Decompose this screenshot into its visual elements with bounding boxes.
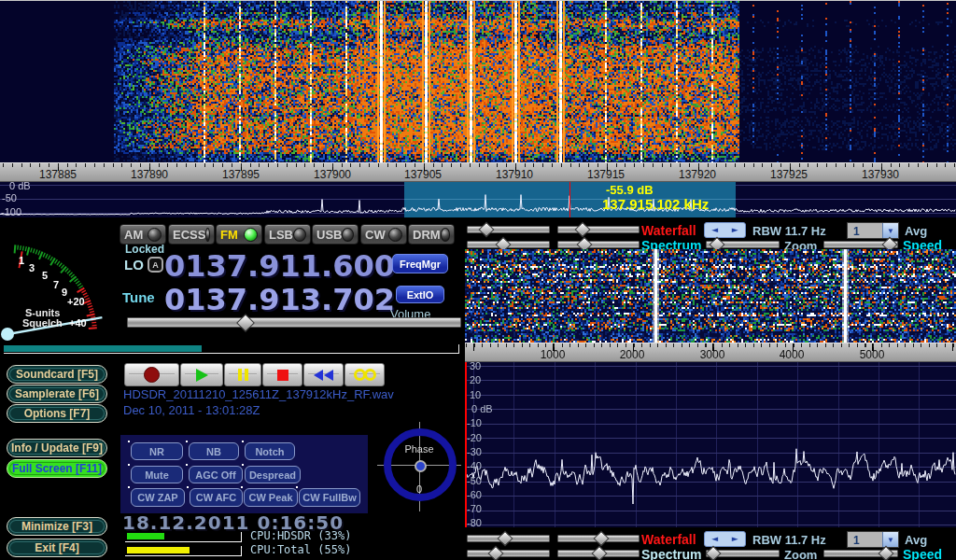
- freq-tick-label: 137900: [314, 168, 351, 181]
- mode-button-lsb[interactable]: LSB: [264, 224, 311, 245]
- cw-peak-button[interactable]: CW Peak: [244, 488, 298, 507]
- pause-icon: [238, 369, 248, 381]
- rbw-spinner-bottom[interactable]: ◄ ►: [704, 531, 746, 547]
- volume-slider[interactable]: [127, 317, 461, 328]
- avg-dropdown-top[interactable]: 1 ▼: [847, 222, 899, 239]
- samplerate-button[interactable]: Samplerate [F6]: [7, 385, 107, 403]
- smeter-tick: 7: [53, 279, 59, 290]
- slider-thumb[interactable]: [594, 531, 610, 547]
- loop-button[interactable]: [344, 363, 385, 386]
- rbw-spinner-top[interactable]: ◄ ►: [704, 222, 746, 238]
- dropdown-arrow-icon[interactable]: ▼: [882, 223, 898, 238]
- freq-tick-label: 137920: [679, 168, 716, 181]
- freq-tick-label: 137895: [222, 168, 260, 181]
- spectrum-contrast-slider[interactable]: [557, 241, 640, 248]
- despread-label: Despread: [249, 469, 296, 481]
- info-update-button[interactable]: Info / Update [F9]: [7, 439, 107, 457]
- audio-waterfall-display[interactable]: [465, 249, 956, 343]
- mode-label: FM: [220, 228, 238, 242]
- main-spectrum-display[interactable]: [0, 182, 956, 217]
- freqmgr-button[interactable]: FreqMgr: [392, 254, 448, 273]
- agc-button[interactable]: AGC Off: [189, 466, 243, 483]
- mode-button-usb[interactable]: USB: [312, 224, 358, 245]
- pause-button[interactable]: [224, 363, 261, 386]
- dropdown-arrow-icon[interactable]: ▼: [882, 532, 898, 547]
- mode-button-am[interactable]: AM: [120, 224, 166, 245]
- audio-spectrum-display[interactable]: [465, 362, 956, 527]
- spin-left-icon[interactable]: ◄: [711, 226, 718, 234]
- minimize-button-label: Minimize [F3]: [21, 520, 92, 533]
- cw-peak-label: CW Peak: [248, 492, 292, 503]
- mode-button-fm[interactable]: FM: [216, 224, 262, 245]
- slider-thumb[interactable]: [498, 531, 513, 547]
- waterfall-contrast-slider[interactable]: [557, 226, 640, 233]
- slider-thumb[interactable]: [575, 222, 591, 238]
- despread-button[interactable]: Despread: [245, 466, 301, 483]
- s-meter-gauge[interactable]: [0, 220, 120, 351]
- tune-frequency-display[interactable]: 0137.913.702: [164, 282, 395, 317]
- waterfall-contrast-slider-bottom[interactable]: [557, 535, 640, 542]
- volume-slider-thumb[interactable]: [236, 314, 255, 332]
- phase-zero-label: 0: [377, 483, 461, 495]
- mode-button-cw[interactable]: CW: [360, 224, 407, 245]
- exit-button[interactable]: Exit [F4]: [7, 539, 107, 557]
- zoom-slider-bottom[interactable]: [706, 550, 780, 557]
- lo-frequency-display[interactable]: 0137.911.600: [164, 248, 395, 284]
- spin-right-icon[interactable]: ►: [732, 535, 738, 543]
- play-button[interactable]: [180, 363, 223, 386]
- spin-left-icon[interactable]: ◄: [711, 535, 718, 543]
- db-tick-label: -70: [467, 503, 482, 514]
- slider-thumb[interactable]: [592, 546, 608, 560]
- nb-button[interactable]: NB: [189, 442, 239, 460]
- tune-label: Tune: [122, 289, 155, 305]
- soundcard-button-label: Soundcard [F5]: [16, 368, 98, 381]
- mute-button[interactable]: Mute: [131, 466, 183, 483]
- cw-afc-button[interactable]: CW AFC: [190, 488, 243, 507]
- squelch-label[interactable]: Squelch: [22, 317, 63, 329]
- audio-frequency-ruler[interactable]: 1000 2000 3000 4000 5000: [465, 343, 956, 362]
- rewind-button[interactable]: [303, 363, 344, 386]
- nr-button[interactable]: NR: [131, 442, 183, 460]
- soundcard-button[interactable]: Soundcard [F5]: [7, 365, 107, 384]
- spectrum-brightness-slider-bottom[interactable]: [467, 550, 550, 557]
- mode-led-icon: [441, 228, 450, 242]
- options-button-label: Options [F7]: [24, 407, 91, 420]
- slider-thumb[interactable]: [479, 222, 495, 238]
- options-button[interactable]: Options [F7]: [7, 404, 107, 423]
- stop-button[interactable]: [262, 363, 302, 386]
- spin-right-icon[interactable]: ►: [732, 226, 738, 234]
- record-button[interactable]: [124, 363, 179, 386]
- db-tick-label: 0 dB: [471, 403, 493, 414]
- extio-button[interactable]: ExtIO: [396, 286, 444, 303]
- db-tick-label: -50: [467, 475, 482, 486]
- cw-zap-label: CW ZAP: [137, 492, 177, 503]
- extio-button-label: ExtIO: [407, 289, 434, 301]
- avg-dropdown-value: 1: [848, 532, 882, 547]
- zoom-label-bottom: Zoom: [784, 548, 817, 560]
- avg-dropdown-bottom[interactable]: 1 ▼: [847, 531, 899, 548]
- mode-button-ecss[interactable]: ECSS: [168, 224, 215, 245]
- cw-fullbw-button[interactable]: CW FullBw: [299, 488, 360, 507]
- slider-thumb[interactable]: [488, 546, 504, 560]
- zoom-slider-top[interactable]: [706, 241, 780, 248]
- cw-zap-button[interactable]: CW ZAP: [131, 488, 185, 507]
- main-frequency-ruler[interactable]: 137885 137890 137895 137900 137905 13791…: [0, 162, 956, 182]
- main-waterfall-display[interactable]: [0, 1, 956, 162]
- lo-lock-button[interactable]: A: [148, 257, 163, 273]
- speed-slider-top[interactable]: [823, 241, 898, 248]
- fullscreen-button[interactable]: Full Screen [F11]: [7, 459, 107, 478]
- phase-scope[interactable]: Phase 0: [377, 422, 461, 511]
- minimize-button[interactable]: Minimize [F3]: [7, 517, 107, 536]
- speed-slider-bottom[interactable]: [823, 550, 898, 557]
- smeter-tick: 1: [19, 255, 24, 266]
- notch-button[interactable]: Notch: [245, 442, 295, 460]
- mode-led-icon: [148, 228, 162, 242]
- slider-thumb[interactable]: [706, 546, 722, 560]
- waterfall-brightness-slider[interactable]: [467, 226, 550, 233]
- spectrum-brightness-slider[interactable]: [467, 241, 550, 248]
- waterfall-brightness-slider-bottom[interactable]: [467, 535, 550, 542]
- spectrum-contrast-slider-bottom[interactable]: [557, 550, 640, 557]
- db-tick-label: 30: [470, 360, 481, 371]
- mode-button-drm[interactable]: DRM: [408, 224, 455, 245]
- avg-label-bottom: Avg: [905, 533, 927, 547]
